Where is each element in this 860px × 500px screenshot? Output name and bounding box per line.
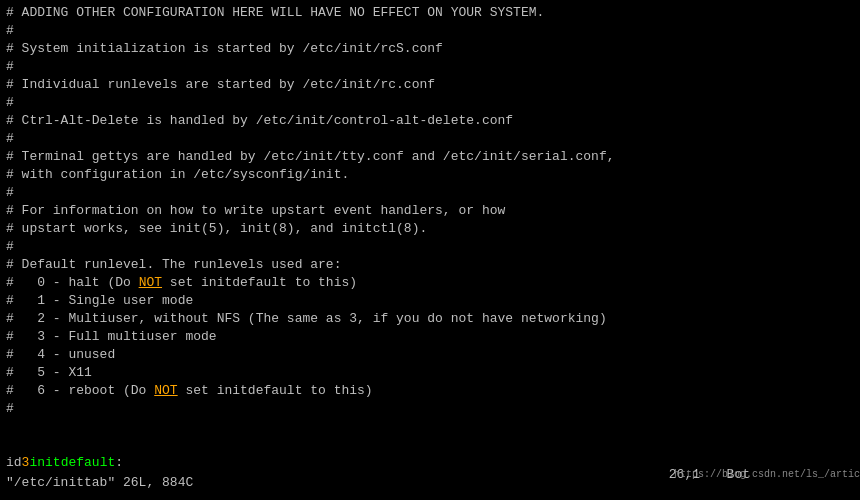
- filename-info: "/etc/inittab" 26L, 884C: [6, 474, 193, 492]
- not-highlight-2: NOT: [154, 383, 177, 398]
- line-7: # Ctrl-Alt-Delete is handled by /etc/ini…: [6, 112, 854, 130]
- line-2: #: [6, 22, 854, 40]
- line-23: #: [6, 400, 854, 418]
- url-info: https://blog.csdn.net/ls_/artic: [674, 466, 860, 484]
- line-13: # upstart works, see init(5), init(8), a…: [6, 220, 854, 238]
- not-highlight-1: NOT: [139, 275, 162, 290]
- line-16: # 0 - halt (Do NOT set initdefault to th…: [6, 274, 854, 292]
- line-22: # 6 - reboot (Do NOT set initdefault to …: [6, 382, 854, 400]
- line-21: # 5 - X11: [6, 364, 854, 382]
- terminal-window[interactable]: # ADDING OTHER CONFIGURATION HERE WILL H…: [0, 0, 860, 500]
- line-12: # For information on how to write upstar…: [6, 202, 854, 220]
- status-number: 3: [22, 454, 30, 472]
- line-19: # 3 - Full multiuser mode: [6, 328, 854, 346]
- line-5: # Individual runlevels are started by /e…: [6, 76, 854, 94]
- line-15: # Default runlevel. The runlevels used a…: [6, 256, 854, 274]
- line-18: # 2 - Multiuser, without NFS (The same a…: [6, 310, 854, 328]
- status-initdefault: initdefault: [29, 454, 115, 472]
- line-10: # with configuration in /etc/sysconfig/i…: [6, 166, 854, 184]
- line-1: # ADDING OTHER CONFIGURATION HERE WILL H…: [6, 4, 854, 22]
- line-11: #: [6, 184, 854, 202]
- line-6: #: [6, 94, 854, 112]
- line-9: # Terminal gettys are handled by /etc/in…: [6, 148, 854, 166]
- status-id-label: id: [6, 454, 22, 472]
- line-8: #: [6, 130, 854, 148]
- vim-status-bar: "/etc/inittab" 26L, 884C 26,1 Bot https:…: [0, 474, 860, 492]
- line-20: # 4 - unused: [6, 346, 854, 364]
- line-17: # 1 - Single user mode: [6, 292, 854, 310]
- line-3: # System initialization is started by /e…: [6, 40, 854, 58]
- status-colon: :: [115, 454, 123, 472]
- line-14: #: [6, 238, 854, 256]
- line-4: #: [6, 58, 854, 76]
